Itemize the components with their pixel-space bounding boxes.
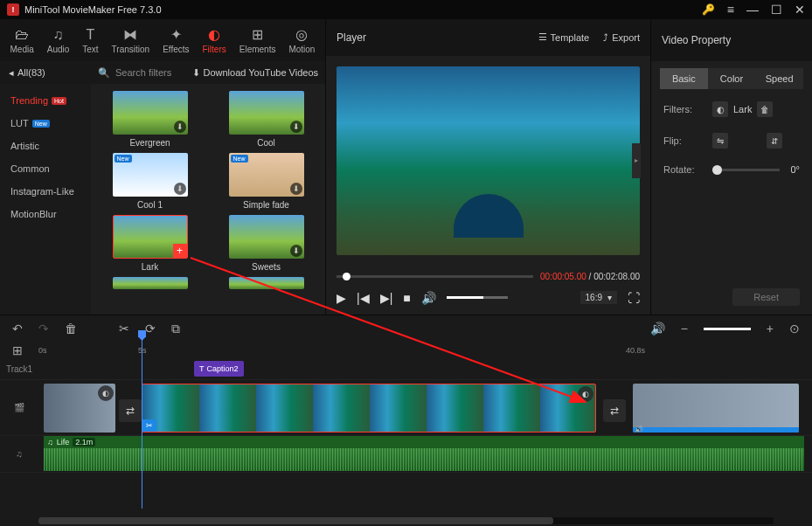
cat-motionblur[interactable]: MotionBlur <box>0 203 91 225</box>
cat-common[interactable]: Common <box>0 157 91 180</box>
undo-button[interactable]: ↶ <box>12 322 23 336</box>
tab-motion[interactable]: ◎Motion <box>283 24 320 56</box>
clip-filter-badge: ◐ <box>98 385 114 401</box>
video-clip-2[interactable]: ◐ ✂ <box>142 384 596 433</box>
add-filter-button[interactable]: + <box>173 244 187 258</box>
download-youtube-link[interactable]: ⬇Download YouTube Videos <box>192 67 326 79</box>
audio-toggle-icon[interactable]: 🔊 <box>650 322 665 336</box>
split-button[interactable]: ✂ <box>119 322 129 336</box>
flip-horizontal-button[interactable]: ⇋ <box>712 133 728 149</box>
audio-track[interactable]: ♫Life2.1m <box>38 436 812 472</box>
search-icon: 🔍 <box>98 67 110 79</box>
speed-button[interactable]: ⟳ <box>145 322 156 336</box>
minimize-button[interactable]: — <box>746 3 759 17</box>
video-track[interactable]: ◐ ⇄ ◐ ✂ ⇄ 🔊 <box>38 380 812 435</box>
expand-handle[interactable]: ▸ <box>632 143 641 178</box>
elements-icon: ⊞ <box>252 26 263 43</box>
zoom-out-button[interactable]: − <box>681 322 688 336</box>
filter-cool[interactable]: ⬇Cool <box>214 91 318 148</box>
download-icon[interactable]: ⬇ <box>290 245 302 257</box>
stop-button[interactable]: ■ <box>403 291 410 305</box>
download-icon[interactable]: ⬇ <box>290 183 302 195</box>
zoom-slider[interactable] <box>704 328 751 330</box>
next-frame-button[interactable]: ▶| <box>380 291 393 305</box>
player-title: Player <box>337 31 366 44</box>
filter-item[interactable] <box>98 277 202 289</box>
timeline-settings-icon[interactable]: ⊞ <box>12 343 23 357</box>
fullscreen-button[interactable]: ⛶ <box>628 291 640 305</box>
filter-cool1[interactable]: New⬇Cool 1 <box>98 153 202 210</box>
delete-button[interactable]: 🗑 <box>65 322 77 336</box>
timeline-ruler[interactable]: ⊞ 0s 5s 40.8s <box>0 342 812 359</box>
video-clip-1[interactable]: ◐ <box>44 384 115 433</box>
filters-label: Filters: <box>663 104 702 114</box>
maximize-button[interactable]: ☐ <box>771 3 782 17</box>
audio-clip[interactable]: ♫Life2.1m <box>44 436 804 472</box>
download-icon[interactable]: ⬇ <box>290 121 302 133</box>
cat-trending[interactable]: TrendingHot <box>0 89 91 112</box>
aspect-select[interactable]: 16:9▾ <box>580 291 617 304</box>
video-track-icon: 🎬 <box>0 403 38 412</box>
filter-simplefade[interactable]: New⬇Simple fade <box>214 153 318 210</box>
download-icon[interactable]: ⬇ <box>174 183 186 195</box>
rotate-slider[interactable] <box>712 169 780 171</box>
filter-lark[interactable]: +Lark <box>98 215 202 272</box>
app-logo-icon: ! <box>7 3 19 16</box>
timeline-scrollbar[interactable] <box>38 517 774 524</box>
track1-label: Track1 <box>0 364 38 374</box>
video-preview[interactable]: ▸ <box>337 66 640 255</box>
delete-filter-button[interactable]: 🗑 <box>757 101 773 117</box>
filter-sweets[interactable]: ⬇Sweets <box>214 215 318 272</box>
video-clip-3[interactable]: 🔊 <box>633 384 799 433</box>
tab-audio[interactable]: ♫Audio <box>42 25 75 56</box>
filter-all-dropdown[interactable]: ◂All(83) <box>0 67 91 79</box>
cat-artistic[interactable]: Artistic <box>0 135 91 157</box>
filter-evergreen[interactable]: ⬇Evergreen <box>98 91 202 148</box>
crop-button[interactable]: ⧉ <box>171 322 180 336</box>
prop-tab-color[interactable]: Color <box>708 68 756 89</box>
reset-button[interactable]: Reset <box>732 288 800 306</box>
prev-frame-button[interactable]: |◀ <box>357 291 370 305</box>
tab-effects[interactable]: ✦Effects <box>157 24 194 56</box>
new-badge: New <box>115 155 132 163</box>
transition-icon: ⧓ <box>123 26 137 43</box>
filter-search-input[interactable]: 🔍Search filters <box>91 67 192 79</box>
cat-lut[interactable]: LUTNew <box>0 112 91 135</box>
time-current: 00:00:05.00 <box>540 272 586 281</box>
text-icon: T <box>87 27 95 43</box>
prop-tab-speed[interactable]: Speed <box>755 68 803 89</box>
titlebar: ! MiniTool MovieMaker Free 7.3.0 🔑 ≡ — ☐… <box>0 0 812 19</box>
caption-clip[interactable]: TCaption2 <box>194 361 244 377</box>
transition-handle[interactable]: ⇄ <box>603 399 626 422</box>
export-button[interactable]: ⤴Export <box>603 31 640 43</box>
filter-item[interactable] <box>214 277 318 289</box>
seek-slider[interactable] <box>337 275 533 278</box>
filter-categories: TrendingHot LUTNew Artistic Common Insta… <box>0 84 91 315</box>
music-note-icon: ♫ <box>47 438 53 446</box>
upgrade-key-icon[interactable]: 🔑 <box>702 3 715 16</box>
cat-instagram[interactable]: Instagram-Like <box>0 180 91 203</box>
transition-handle[interactable]: ⇄ <box>119 399 142 422</box>
tab-filters[interactable]: ◐Filters <box>198 24 232 56</box>
flip-vertical-button[interactable]: ⇵ <box>767 133 782 149</box>
download-icon[interactable]: ⬇ <box>174 121 186 133</box>
export-icon: ⤴ <box>603 32 608 43</box>
redo-button[interactable]: ↷ <box>38 322 49 336</box>
zoom-in-button[interactable]: + <box>767 322 774 336</box>
new-badge: New <box>231 155 248 163</box>
menu-icon[interactable]: ≡ <box>727 3 734 17</box>
property-title: Video Property <box>651 19 812 61</box>
zoom-fit-button[interactable]: ⊙ <box>789 322 800 336</box>
prop-tab-basic[interactable]: Basic <box>660 68 708 89</box>
tab-elements[interactable]: ⊞Elements <box>234 24 281 56</box>
tab-transition[interactable]: ⧓Transition <box>107 24 156 56</box>
close-button[interactable]: ✕ <box>795 3 805 17</box>
property-panel: Video Property Basic Color Speed Filters… <box>650 19 812 315</box>
playhead[interactable] <box>142 330 142 509</box>
volume-slider[interactable] <box>447 296 508 299</box>
volume-icon[interactable]: 🔊 <box>421 291 436 305</box>
play-button[interactable]: ▶ <box>337 291 346 305</box>
tab-media[interactable]: 🗁Media <box>4 25 38 56</box>
template-button[interactable]: ☰Template <box>538 31 590 43</box>
tab-text[interactable]: TText <box>77 25 103 56</box>
